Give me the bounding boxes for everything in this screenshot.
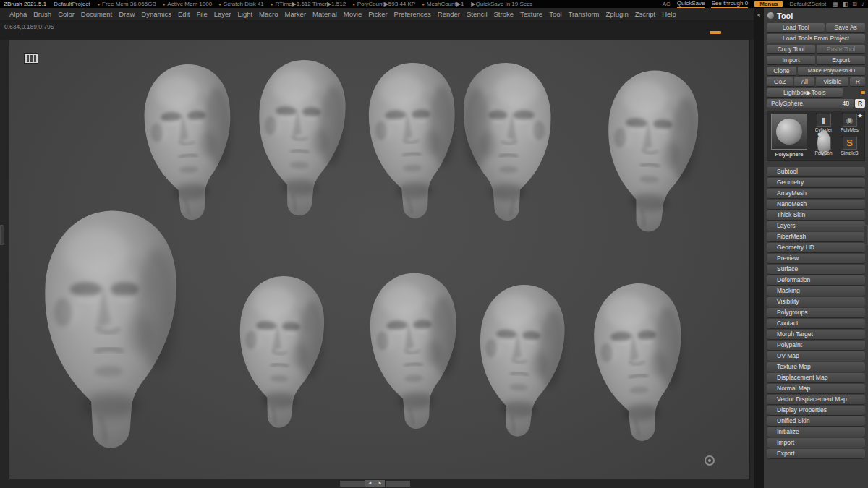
subpalette-row[interactable]: Vector Displacement Map xyxy=(767,395,865,404)
current-tool-button[interactable]: PolySphere. 48 xyxy=(767,99,854,108)
default-zscript-button[interactable]: DefaultZScript xyxy=(789,1,826,7)
clone-button[interactable]: Clone xyxy=(767,67,796,75)
menu-item[interactable]: Picker xyxy=(368,10,387,18)
status-dot-icon: ● xyxy=(218,2,221,7)
titlebar-icon[interactable]: ♪ xyxy=(861,1,864,7)
subpalette-row[interactable]: Thick Skin xyxy=(767,210,865,220)
titlebar-icon[interactable]: ▦ xyxy=(833,1,838,7)
paste-tool-button[interactable]: Paste Tool xyxy=(817,45,865,53)
subpalette-row[interactable]: ArrayMesh xyxy=(767,189,865,198)
gyro-target-icon[interactable] xyxy=(705,455,715,466)
subpalette-row[interactable]: Geometry HD xyxy=(767,243,865,252)
menu-item[interactable]: Tool xyxy=(549,10,561,18)
recent-tool-thumbnail[interactable]: ● PolySph xyxy=(811,137,836,159)
menu-item[interactable]: Macro xyxy=(259,10,278,18)
load-tool-button[interactable]: Load Tool xyxy=(767,23,825,32)
menu-item[interactable]: Texture xyxy=(520,10,542,18)
recent-tool-label: PolySph xyxy=(814,150,832,155)
lightbox-tools-button[interactable]: Lightbox▶Tools xyxy=(767,88,843,97)
import-button[interactable]: Import xyxy=(767,56,815,64)
menu-item[interactable]: Draw xyxy=(119,10,135,18)
subpalette-row[interactable]: Geometry xyxy=(767,178,865,187)
subpalette-row[interactable]: Contact xyxy=(767,319,865,328)
tool-r-button[interactable]: R xyxy=(855,99,865,108)
subpalette-row[interactable]: FiberMesh xyxy=(767,232,865,241)
goz-r-button[interactable]: R xyxy=(850,77,865,86)
export-button[interactable]: Export xyxy=(817,56,865,64)
menu-item[interactable]: Material xyxy=(312,10,337,18)
subpalette-row[interactable]: Displacement Map xyxy=(767,373,865,382)
selected-tool-thumbnail[interactable]: PolySphere xyxy=(770,114,809,158)
scrollbar-track[interactable] xyxy=(386,481,410,487)
subpalette-row[interactable]: Layers xyxy=(767,221,865,231)
quicksave-button[interactable]: QuickSave xyxy=(677,0,705,8)
menu-item[interactable]: Zplugin xyxy=(606,10,629,18)
cursor-coordinates: 0.634,0.189,0.795 xyxy=(4,23,54,30)
canvas-horizontal-scrollbar[interactable]: ◄ ► xyxy=(340,480,410,487)
subpalette-row[interactable]: Polygroups xyxy=(767,308,865,317)
collapse-panel-icon[interactable]: ◄ xyxy=(756,12,761,17)
subpalette-row[interactable]: NanoMesh xyxy=(767,200,865,209)
sculpt-canvas[interactable] xyxy=(9,40,750,479)
canvas-scroll-indicator[interactable] xyxy=(710,31,721,34)
save-as-button[interactable]: Save As xyxy=(826,23,865,32)
menu-item[interactable]: Stencil xyxy=(467,10,488,18)
subpalette-row[interactable]: Import xyxy=(767,438,865,448)
subpalette-row[interactable]: Preview xyxy=(767,254,865,263)
subpalette-row[interactable]: Export xyxy=(767,449,865,458)
recent-tool-thumbnail[interactable]: S SimpleB xyxy=(837,137,862,159)
menu-item[interactable]: Stroke xyxy=(494,10,514,18)
menu-item[interactable]: File xyxy=(196,10,207,18)
make-polymesh3d-button[interactable]: Make PolyMesh3D xyxy=(798,67,865,75)
menu-item[interactable]: Zscript xyxy=(635,10,656,18)
subpalette-row[interactable]: Polypaint xyxy=(767,341,865,350)
subpalette-row[interactable]: Texture Map xyxy=(767,362,865,372)
subpalette-row[interactable]: Display Properties xyxy=(767,406,865,415)
right-tray-handle[interactable] xyxy=(864,225,868,245)
menu-item[interactable]: Edit xyxy=(178,10,190,18)
menu-item[interactable]: Document xyxy=(81,10,112,18)
menu-item[interactable]: Help xyxy=(662,10,676,18)
menu-item[interactable]: Preferences xyxy=(394,10,431,18)
menu-item[interactable]: Light xyxy=(237,10,252,18)
menu-item[interactable]: Color xyxy=(58,10,75,18)
subpalette-row[interactable]: Normal Map xyxy=(767,384,865,393)
goz-button[interactable]: GoZ xyxy=(767,77,793,86)
film-strip-icon[interactable] xyxy=(25,54,38,63)
subpalette-row[interactable]: Initialize xyxy=(767,427,865,437)
scroll-right-button[interactable]: ► xyxy=(375,480,385,487)
left-tray-handle[interactable] xyxy=(0,225,4,245)
menu-item[interactable]: Transform xyxy=(569,10,600,18)
menus-button[interactable]: Menus xyxy=(754,1,783,7)
goz-all-button[interactable]: All xyxy=(794,77,814,86)
tool-panel-title: Tool xyxy=(777,12,793,20)
subpalette-row[interactable]: Visibility xyxy=(767,297,865,307)
scrollbar-track[interactable] xyxy=(340,481,365,487)
subpalette-row[interactable]: Surface xyxy=(767,265,865,274)
favorite-star-icon[interactable]: ★ xyxy=(857,112,863,119)
see-through-control[interactable]: See-through 0 xyxy=(711,0,748,8)
subpalette-row[interactable]: Morph Target xyxy=(767,330,865,339)
menu-item[interactable]: Brush xyxy=(33,10,51,18)
load-tools-from-project-button[interactable]: Load Tools From Project xyxy=(767,34,865,43)
menu-item[interactable]: Marker xyxy=(285,10,307,18)
subpalette-row[interactable]: Masking xyxy=(767,286,865,296)
menu-item[interactable]: Layer xyxy=(214,10,231,18)
menu-item[interactable]: Alpha xyxy=(9,10,27,18)
titlebar-icon[interactable]: ⊞ xyxy=(852,1,857,7)
copy-tool-button[interactable]: Copy Tool xyxy=(767,45,815,53)
subpalette-row[interactable]: Deformation xyxy=(767,275,865,285)
menu-item[interactable]: Movie xyxy=(344,10,362,18)
menu-item[interactable]: Dynamics xyxy=(141,10,171,18)
subpalette-row[interactable]: UV Map xyxy=(767,351,865,361)
subpalette-row[interactable]: Subtool xyxy=(767,167,865,176)
subpalette-row[interactable]: Unified Skin xyxy=(767,416,865,426)
menu-item[interactable]: Render xyxy=(438,10,460,18)
recent-tool-label: SimpleB xyxy=(841,150,858,155)
status-stat: ●Active Mem 1000 xyxy=(163,1,212,7)
goz-visible-button[interactable]: Visible xyxy=(816,77,849,86)
scroll-left-button[interactable]: ◄ xyxy=(365,480,375,487)
titlebar-icon[interactable]: ◧ xyxy=(843,1,848,7)
panel-divider[interactable]: ◄ xyxy=(754,8,764,488)
status-stat-text: MeshCount▶1 xyxy=(427,1,464,7)
